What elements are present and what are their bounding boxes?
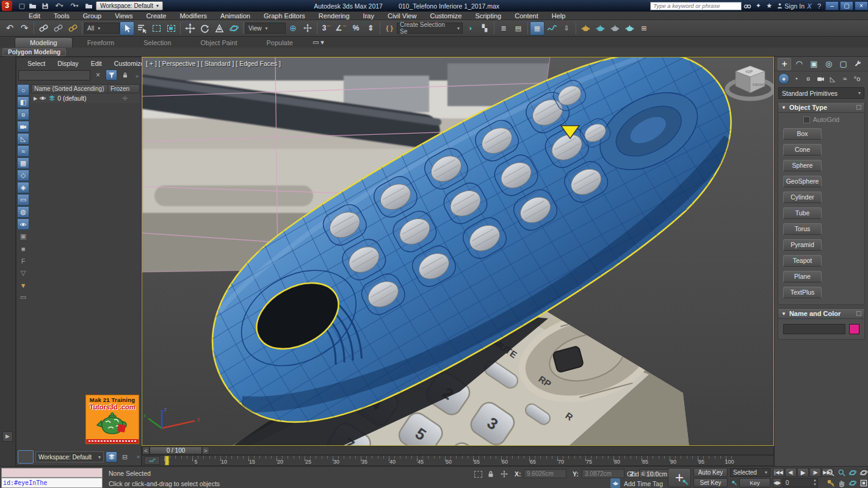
tab-utilities[interactable] — [852, 58, 865, 70]
filter-hidden-icon[interactable] — [17, 218, 29, 230]
selection-set-dropdown[interactable]: Selected▾ — [730, 468, 770, 477]
next-frame-arrow[interactable]: > — [202, 447, 209, 454]
layer-row-default[interactable]: ▶ 0 (default) ✛ — [31, 93, 140, 103]
sexp-overflow-chevron[interactable]: » — [136, 73, 139, 79]
save-file-icon[interactable] — [40, 1, 51, 10]
cone-button[interactable]: Cone — [783, 144, 822, 156]
column-header-name[interactable]: Name (Sorted Ascending) ▲ — [32, 85, 107, 93]
restore-button[interactable]: ▢ — [840, 1, 853, 10]
subtab-cameras[interactable] — [815, 73, 826, 84]
ribbon-minimize-icon[interactable]: ▭ ▾ — [308, 37, 329, 48]
filter-basket-icon[interactable]: ▭ — [17, 292, 29, 303]
viewcube-front-label[interactable]: FRONT — [753, 83, 765, 87]
object-color-swatch[interactable] — [849, 324, 859, 334]
menu-group[interactable]: Group — [76, 12, 109, 20]
time-slider-handle[interactable]: 0 / 100 — [150, 447, 202, 454]
sexp-menu-edit[interactable]: Edit — [86, 60, 107, 67]
menu-create[interactable]: Create — [139, 12, 173, 20]
minimize-button[interactable]: – — [825, 1, 839, 10]
tab-object-paint[interactable]: Object Paint — [186, 38, 252, 48]
zoom-all-icon[interactable] — [836, 468, 847, 478]
tab-hierarchy[interactable]: ▣ — [807, 58, 820, 70]
workspace-footer-dropdown[interactable]: Workspace: Default▾ — [35, 451, 104, 462]
footer-chevron[interactable]: » — [137, 454, 140, 460]
track-bar[interactable]: 0510152025303540455055606570758085909510… — [142, 455, 774, 466]
search-input[interactable] — [650, 2, 742, 10]
time-tag-icon[interactable] — [610, 478, 620, 488]
menu-customize[interactable]: Customize — [423, 12, 468, 20]
category-dropdown[interactable]: Standard Primitives▾ — [778, 87, 864, 99]
cylinder-button[interactable]: Cylinder — [783, 192, 822, 203]
sexp-lock-icon[interactable] — [119, 70, 131, 81]
layer-manager-button[interactable]: ≣ — [496, 21, 511, 35]
subtab-spacewarps[interactable]: ≈ — [839, 73, 850, 84]
render-setup-button[interactable] — [593, 21, 607, 35]
set-key-mode-icon[interactable] — [730, 478, 738, 488]
rollout-pin-icon[interactable] — [856, 105, 861, 110]
named-selection-dropdown[interactable]: Create Selection Se▾ — [397, 23, 463, 34]
rectangular-selection-region-button[interactable] — [149, 21, 164, 35]
filter-containers-icon[interactable]: ▭ — [17, 194, 29, 206]
next-frame-button[interactable]: |▶ — [809, 468, 821, 477]
menu-animation[interactable]: Animation — [214, 12, 257, 20]
select-and-link-icon[interactable] — [36, 21, 51, 35]
filter-materials-icon[interactable]: ▣ — [17, 231, 29, 242]
redo-button[interactable]: ↷ — [17, 21, 32, 35]
previous-frame-arrow[interactable]: < — [142, 447, 150, 454]
tab-modeling[interactable]: Modeling — [15, 37, 73, 48]
geosphere-button[interactable]: GeoSphere — [783, 176, 822, 187]
key-step-toggle[interactable]: ◀▶ — [773, 478, 781, 487]
subtab-shapes[interactable]: ◔ — [790, 73, 801, 84]
filter-groups-icon[interactable]: ▦ — [17, 157, 29, 169]
create-key-button[interactable]: + — [668, 468, 691, 487]
undo-button[interactable]: ↶ — [2, 21, 17, 35]
snap-toggle-3d-button[interactable]: 3⌒ — [319, 21, 334, 35]
workspace-dropdown[interactable]: Workspace: Default▾ — [96, 1, 163, 10]
filter-cameras-icon[interactable] — [17, 121, 29, 132]
tab-populate[interactable]: Populate — [251, 38, 307, 48]
communication-center-icon[interactable]: ✦ — [753, 1, 764, 10]
pyramid-button[interactable]: Pyramid — [783, 239, 822, 251]
tab-motion[interactable]: ◎ — [822, 58, 836, 70]
select-and-manipulate-button[interactable] — [300, 21, 315, 35]
object-type-header[interactable]: ▼ Object Type — [778, 102, 864, 113]
sexp-menu-display[interactable]: Display — [52, 60, 83, 67]
filter-shapes-icon[interactable]: ◈ — [17, 182, 29, 193]
menu-edit[interactable]: Edit — [22, 12, 47, 20]
menu-help[interactable]: Help — [545, 12, 573, 20]
zoom-extents-all-icon[interactable] — [858, 468, 868, 478]
sign-in-label[interactable]: Sign In — [784, 2, 805, 10]
select-and-place-button[interactable] — [226, 21, 241, 35]
filter-geometry-icon[interactable]: ◧ — [17, 96, 29, 108]
filter-lights-icon[interactable]: ¤ — [17, 109, 29, 120]
percent-snap-toggle[interactable]: % — [349, 21, 363, 35]
filter-bones-icon[interactable]: ◇ — [17, 170, 29, 181]
material-editor-button[interactable] — [578, 21, 593, 35]
align-button[interactable]: ▚ — [477, 21, 492, 35]
tab-display[interactable]: ▢ — [837, 58, 850, 70]
torus-button[interactable]: Torus — [783, 223, 822, 235]
subtab-systems[interactable]: °o — [852, 73, 863, 84]
row-expand-arrow[interactable]: ▶ — [34, 96, 37, 101]
render-flyout-button[interactable]: ⊞ — [637, 21, 651, 35]
menu-rendering[interactable]: Rendering — [312, 12, 356, 20]
selection-filter-dropdown[interactable]: All▾ — [84, 23, 120, 34]
filter-frozen-icon[interactable]: ◍ — [17, 206, 29, 218]
select-by-name-button[interactable] — [134, 21, 149, 35]
app-logo-icon[interactable]: 3 — [2, 1, 12, 11]
current-frame-marker[interactable] — [165, 456, 169, 465]
named-selection-sets-icon[interactable]: { } — [382, 21, 397, 35]
rendered-frame-window-button[interactable] — [607, 21, 622, 35]
textplus-button[interactable]: TextPlus — [783, 287, 822, 298]
tab-modify[interactable]: ◠ — [792, 58, 806, 70]
orbit-icon[interactable] — [847, 478, 858, 488]
object-name-field[interactable] — [783, 324, 845, 334]
select-and-scale-button[interactable] — [212, 21, 226, 35]
track-bar-ruler[interactable]: 0510152025303540455055606570758085909510… — [164, 456, 732, 465]
visibility-eye-icon[interactable] — [39, 95, 46, 102]
viewport-layout-tab-button[interactable] — [18, 450, 34, 464]
filter-funnel-icon[interactable]: ▼ — [17, 279, 29, 291]
y-coordinate-field[interactable]: 3.0872cm — [582, 469, 624, 478]
spinner-snap-toggle[interactable]: ⇕ — [363, 21, 378, 35]
subtab-helpers[interactable]: ◺ — [827, 73, 838, 84]
